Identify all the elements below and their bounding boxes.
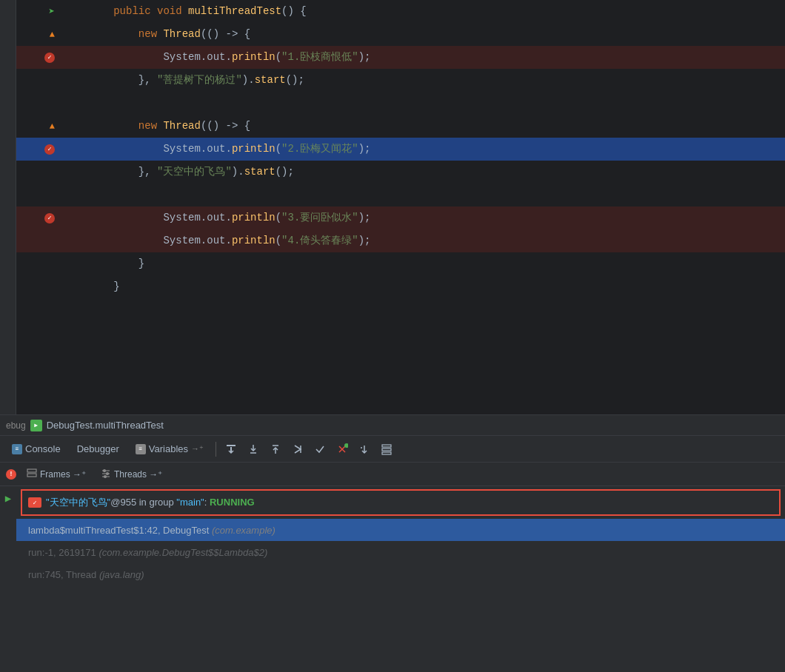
code-line-8: }, "天空中的飞鸟").start(); <box>16 161 785 184</box>
frames-tab-label: Frames →⁺ <box>40 469 86 480</box>
stack-frame-2[interactable]: run:-1, 2619171 (com.example.DebugTest$$… <box>16 541 785 563</box>
gutter-10 <box>16 213 61 224</box>
threads-tab-label: Threads →⁺ <box>114 469 162 480</box>
debug-title-bar: ebug DebugTest.multiThreadTest <box>0 415 785 436</box>
code-text-16 <box>61 344 785 367</box>
svg-rect-11 <box>382 445 391 447</box>
variables-icon: ≡ <box>136 444 146 454</box>
left-gutter <box>0 0 16 414</box>
svg-rect-12 <box>382 448 391 451</box>
play-arrow-icon: ▶ <box>5 492 11 505</box>
toolbar-separator-1 <box>216 442 216 457</box>
bottom-panel: ebug DebugTest.multiThreadTest ≡ Console… <box>0 414 785 672</box>
frames-threads-toolbar: ! Frames →⁺ Threads →⁺ <box>0 463 785 486</box>
left-side-strip: ▶ <box>0 486 16 672</box>
code-line-13: } <box>16 275 785 298</box>
console-icon: ≡ <box>12 444 22 454</box>
console-tab-label: Console <box>25 443 61 454</box>
breakpoint-icon-3[interactable] <box>44 53 55 63</box>
code-line-17 <box>16 367 785 390</box>
code-line-14 <box>16 298 785 321</box>
svg-rect-13 <box>382 452 391 454</box>
gutter-1: ➤ <box>16 5 61 18</box>
svg-rect-14 <box>27 469 36 472</box>
thread-row-text: "天空中的飞鸟"@955 in group "main": RUNNING <box>46 496 255 509</box>
code-text-15 <box>61 321 785 344</box>
code-line-15 <box>16 321 785 344</box>
svg-rect-15 <box>27 474 36 477</box>
code-text-14 <box>61 298 785 321</box>
stack-frame-1[interactable]: lambda$multiThreadTest$1:42, DebugTest (… <box>16 519 785 541</box>
svg-point-20 <box>107 472 109 474</box>
svg-rect-0 <box>227 445 236 446</box>
thread-icon-group: ✓ <box>28 497 41 508</box>
stack-frame-text-1: lambda$multiThreadTest$1:42, DebugTest (… <box>28 525 275 536</box>
gutter-3 <box>16 53 61 63</box>
code-line-16 <box>16 344 785 367</box>
svg-point-21 <box>104 475 107 477</box>
stack-frame-3[interactable]: run:745, Thread (java.lang) <box>16 563 785 585</box>
variables-arrow: →⁺ <box>191 444 204 454</box>
svg-point-19 <box>104 469 106 471</box>
tab-variables[interactable]: ≡ Variables →⁺ <box>128 439 211 460</box>
breakpoint-icon-7[interactable] <box>44 144 55 155</box>
frames-icon <box>27 468 37 480</box>
error-dot: ! <box>6 469 16 480</box>
code-line-4: }, "菩提树下的杨过").start(); <box>16 69 785 92</box>
warning-arrow-6: ▲ <box>50 121 55 132</box>
step-over-button[interactable] <box>221 439 241 460</box>
thread-rows-container: ✓ "天空中的飞鸟"@955 in group "main": RUNNING … <box>16 489 785 585</box>
drop-frame-button[interactable] <box>332 439 353 460</box>
warning-arrow-2: ▲ <box>50 30 55 40</box>
step-out-button[interactable] <box>265 439 286 460</box>
current-line-arrow: ➤ <box>49 5 55 18</box>
stack-frame-text-3: run:745, Thread (java.lang) <box>28 569 144 580</box>
breakpoint-icon-10[interactable] <box>44 213 55 224</box>
debugger-tab-label: Debugger <box>77 443 119 454</box>
settings-button[interactable] <box>376 439 397 460</box>
code-text-17 <box>61 367 785 390</box>
main-container: ➤ public void multiThreadTest() { ▲ new … <box>0 0 785 672</box>
evaluate-button[interactable] <box>310 439 330 460</box>
gutter-7 <box>16 144 61 155</box>
threads-icon <box>101 468 111 480</box>
tab-console[interactable]: ≡ Console <box>4 439 68 460</box>
variables-tab-label: Variables <box>149 443 188 454</box>
tab-debugger[interactable]: Debugger <box>70 439 127 460</box>
run-to-cursor-button[interactable] <box>287 439 308 460</box>
left-indicator: ! <box>4 469 18 480</box>
debug-toolbar: ≡ Console Debugger ≡ Variables →⁺ <box>0 436 785 463</box>
gutter-2: ▲ <box>16 30 61 40</box>
stack-frame-text-2: run:-1, 2619171 (com.example.DebugTest$$… <box>28 547 267 558</box>
step-into-button[interactable] <box>243 439 264 460</box>
thread-list: ▶ ✓ "天空中的飞鸟"@955 in group "main": RUNNIN… <box>0 486 785 672</box>
debug-label: ebug <box>6 420 26 431</box>
debug-title: DebugTest.multiThreadTest <box>47 420 164 431</box>
debug-run-icon <box>30 420 42 431</box>
thread-row-highlighted[interactable]: ✓ "天空中的飞鸟"@955 in group "main": RUNNING <box>21 489 781 516</box>
code-editor: ➤ public void multiThreadTest() { ▲ new … <box>0 0 785 414</box>
step-custom-button[interactable] <box>354 439 375 460</box>
threads-tab[interactable]: Threads →⁺ <box>95 465 168 484</box>
frames-tab[interactable]: Frames →⁺ <box>21 465 92 484</box>
thread-breakpoint-icon: ✓ <box>28 497 41 508</box>
gutter-6: ▲ <box>16 121 61 132</box>
